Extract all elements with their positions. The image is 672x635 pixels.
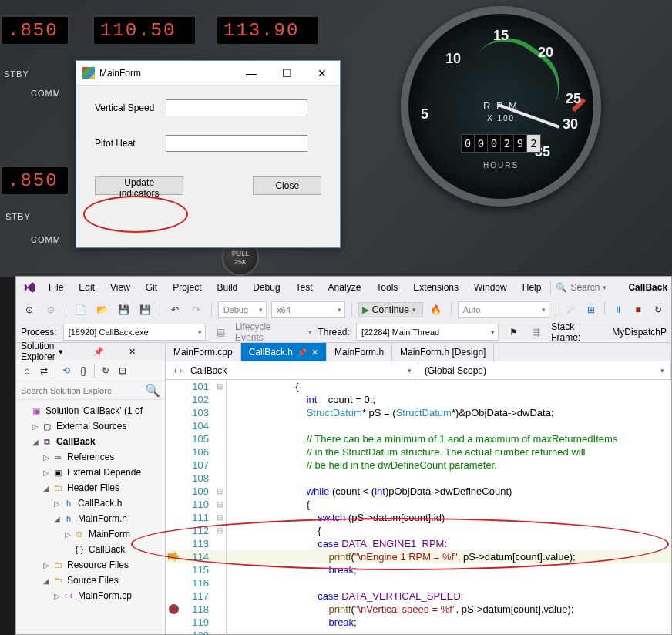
tb-icon-1[interactable]: ☄ [563,301,580,318]
solex-search[interactable]: 🔍 [16,381,165,400]
menu-extensions[interactable]: Extensions [407,279,465,296]
code-line-119[interactable]: 119 break; [166,616,671,629]
window-menu-icon[interactable]: ▾ [55,347,90,357]
minimize-button[interactable]: — [234,62,269,85]
stop-button[interactable]: ■ [630,301,647,318]
flag-icon[interactable]: ⚑ [505,324,522,341]
config-dropdown[interactable]: Debug [218,301,267,318]
pause-button[interactable]: ⏸ [610,301,627,318]
code-line-103[interactable]: 103 StructDatum* pS = (StructDatum*)&pOb… [166,406,671,419]
new-button[interactable]: 📄 [72,301,89,318]
code-line-111[interactable]: 111⊟ switch (pS->datum[count].id) [166,511,671,524]
undo-button[interactable]: ↶ [166,301,183,318]
close-panel-icon[interactable]: ✕ [126,347,160,357]
solex-refresh-icon[interactable]: ↻ [98,363,113,378]
tree-source-files[interactable]: ◢🗀Source Files [16,573,165,588]
solex-titlebar[interactable]: Solution Explorer ▾ 📌 ✕ [16,343,165,360]
menu-view[interactable]: View [104,279,136,296]
code-line-101[interactable]: 101⊟ { [166,380,671,393]
maximize-button[interactable]: ☐ [269,62,304,85]
update-indicators-button[interactable]: Update indicators [95,176,183,195]
menu-window[interactable]: Window [468,279,513,296]
hot-reload-button[interactable]: 🔥 [428,301,445,318]
solex-search-input[interactable] [21,386,145,395]
code-line-115[interactable]: 115 break; [166,563,671,576]
close-button[interactable]: Close [253,176,321,195]
process-dropdown[interactable]: [18920] CallBack.exe [63,324,206,341]
thread-icon[interactable]: ⇶ [528,324,545,341]
tab-mainform-h[interactable]: MainForm.h [327,343,392,361]
close-window-button[interactable]: ✕ [304,62,340,85]
code-line-104[interactable]: 104 [166,419,671,432]
code-line-110[interactable]: 110⊟ { [166,498,671,511]
tree-project[interactable]: ◢⧉CallBack [16,434,165,449]
tree-external-deps[interactable]: ▷▣External Depende [16,465,165,480]
code-line-109[interactable]: 109⊟ while (count < (int)pObjData->dwDef… [166,485,671,498]
tree-mainform-cpp[interactable]: ▷++MainForm.cp [16,588,165,603]
tree-callback-ns[interactable]: { }CallBack [16,542,165,557]
code-area[interactable]: 101⊟ {102 int count = 0;;103 StructDatum… [166,380,671,635]
menu-file[interactable]: File [42,279,69,296]
platform-dropdown[interactable]: x64 [271,301,344,318]
open-button[interactable]: 📂 [93,301,110,318]
nav-fwd-button[interactable]: ⊙ [42,301,59,318]
menu-project[interactable]: Project [166,279,207,296]
continue-button[interactable]: ▶Continue▾ [358,302,423,318]
tree-resource-files[interactable]: ▷🗀Resource Files [16,557,165,573]
menu-build[interactable]: Build [211,279,244,296]
tree-solution[interactable]: ▣Solution 'CallBack' (1 of [16,403,165,418]
code-line-102[interactable]: 102 int count = 0;; [166,393,671,406]
pin-icon[interactable]: 📌 [297,348,307,357]
tree-callback-h[interactable]: ▷hCallBack.h [16,496,165,511]
tree-mainform-h[interactable]: ◢hMainForm.h [16,511,165,526]
tab-mainform-design[interactable]: MainForm.h [Design] [392,343,494,361]
code-line-112[interactable]: 112⊟ { [166,524,671,537]
auto-dropdown[interactable]: Auto [458,301,549,318]
nav-back-button[interactable]: ⊙ [21,301,38,318]
tb-icon-2[interactable]: ⊞ [583,301,600,318]
save-button[interactable]: 💾 [115,301,132,318]
pitot-heat-input[interactable] [166,135,307,152]
menu-help[interactable]: Help [516,279,548,296]
code-line-117[interactable]: 117 case DATA_VERTICAL_SPEED: [166,590,671,603]
tab-mainform-cpp[interactable]: MainForm.cpp [166,343,241,361]
menu-test[interactable]: Test [290,279,319,296]
pin-icon[interactable]: 📌 [90,347,125,357]
vertical-speed-input[interactable] [166,99,307,116]
code-line-107[interactable]: 107 // be held in the dwDefineCount para… [166,459,671,472]
code-line-116[interactable]: 116 [166,576,671,590]
save-all-button[interactable]: 💾 [136,301,153,318]
nav-project-dropdown[interactable]: ++CallBack [166,361,418,379]
code-line-108[interactable]: 108 [166,472,671,485]
tree-external-sources[interactable]: ▷▢External Sources [16,418,165,434]
menu-edit[interactable]: Edit [72,279,101,296]
code-line-120[interactable]: 120 [166,629,671,635]
tree-references[interactable]: ▷▫▫References [16,449,165,465]
solex-home-icon[interactable]: ⌂ [19,363,35,378]
code-line-105[interactable]: 105 // There can be a minimum of 1 and a… [166,432,671,445]
solex-switch-icon[interactable]: ⇄ [36,363,52,378]
thread-dropdown[interactable]: [22284] Main Thread [356,324,499,341]
search-box[interactable]: 🔍Search▾ [550,281,611,294]
code-line-118[interactable]: 118 printf("\nVertical speed = %f", pS->… [166,603,671,616]
solex-collapse-icon[interactable]: ⊟ [115,363,130,378]
menu-analyze[interactable]: Analyze [322,279,368,296]
tab-callback-h[interactable]: CallBack.h📌✕ [241,343,327,361]
solex-brackets-icon[interactable]: {} [76,363,91,378]
tree-mainform-inner[interactable]: ▷⧉MainForm [16,526,165,542]
code-line-106[interactable]: 106 // in the StructDatum structure. The… [166,445,671,459]
breakpoint-icon[interactable] [169,604,179,614]
solex-sync-icon[interactable]: ⟲ [59,363,74,378]
menu-tools[interactable]: Tools [370,279,404,296]
lifecycle-icon[interactable]: ▤ [212,324,229,341]
redo-button[interactable]: ↷ [188,301,205,318]
restart-button[interactable]: ↻ [650,301,667,318]
code-line-113[interactable]: 113 case DATA_ENGINE1_RPM: [166,537,671,550]
code-line-114[interactable]: 114 printf("\nEngine 1 RPM = %f", pS->da… [166,550,671,563]
titlebar[interactable]: MainForm — ☐ ✕ [76,61,340,86]
nav-scope-dropdown[interactable]: (Global Scope) [418,361,671,379]
close-tab-icon[interactable]: ✕ [311,348,318,358]
menu-git[interactable]: Git [139,279,163,296]
tree-header-files[interactable]: ◢🗀Header Files [16,480,165,496]
menu-debug[interactable]: Debug [247,279,286,296]
